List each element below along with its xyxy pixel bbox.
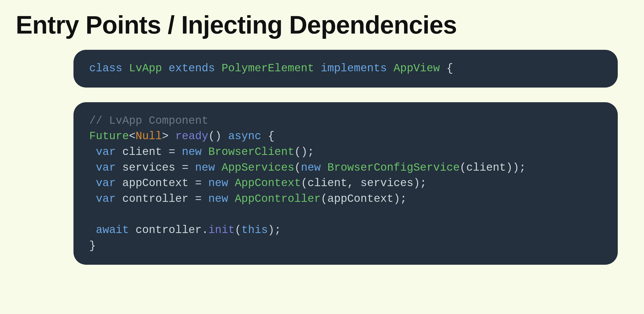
slide: Entry Points / Injecting Dependencies cl… xyxy=(0,0,644,314)
code-block-ready-method: // LvApp Component Future<Null> ready() … xyxy=(73,102,618,265)
classname-appservices: AppServices xyxy=(221,161,294,174)
eq-2: = xyxy=(182,161,188,174)
ready-brace-close: } xyxy=(89,240,96,252)
angle-open: < xyxy=(129,130,135,143)
classname-appcontext: AppContext xyxy=(235,177,301,190)
funcname-ready: ready xyxy=(175,130,208,143)
init-close: ); xyxy=(268,224,281,236)
keyword-class: class xyxy=(89,62,122,75)
keyword-new-3: new xyxy=(301,161,321,174)
keyword-new-4: new xyxy=(208,177,228,190)
funcname-init: init xyxy=(208,224,235,236)
appservices-open: ( xyxy=(294,161,301,174)
keyword-var-4: var xyxy=(96,193,116,205)
ident-appcontext-decl: appContext xyxy=(122,177,188,190)
appcontroller-call: (appContext); xyxy=(321,193,407,205)
angle-close: > xyxy=(162,130,168,143)
browserclient-call: (); xyxy=(294,146,314,158)
slide-title: Entry Points / Injecting Dependencies xyxy=(16,10,628,39)
keyword-new-5: new xyxy=(208,193,228,205)
keyword-new-2: new xyxy=(195,161,215,174)
appcontext-call: (client, services); xyxy=(301,177,427,190)
ident-client-decl: client xyxy=(122,146,162,158)
ready-brace-open: { xyxy=(268,130,275,143)
code-area: class LvApp extends PolymerElement imple… xyxy=(73,50,618,265)
brace-open: { xyxy=(446,62,453,75)
ready-parens: () xyxy=(208,130,221,143)
ident-controller-ref: controller xyxy=(135,224,202,236)
classname-polymerelement: PolymerElement xyxy=(221,62,314,75)
eq-4: = xyxy=(195,193,202,205)
keyword-var-3: var xyxy=(96,177,116,190)
type-null: Null xyxy=(135,130,162,143)
classname-appview: AppView xyxy=(394,62,440,75)
dot-1: . xyxy=(202,224,208,236)
classname-browserclient: BrowserClient xyxy=(208,146,294,158)
ident-controller-decl: controller xyxy=(122,193,188,205)
init-open: ( xyxy=(235,224,241,236)
keyword-extends: extends xyxy=(169,62,215,75)
keyword-var-2: var xyxy=(96,161,116,174)
comment-line: // LvApp Component xyxy=(89,115,208,127)
keyword-await: await xyxy=(96,224,129,236)
keyword-implements: implements xyxy=(321,62,387,75)
bcs-call: (client)); xyxy=(460,161,526,174)
classname-browserconfigservice: BrowserConfigService xyxy=(328,161,460,174)
eq-1: = xyxy=(169,146,175,158)
ident-services-decl: services xyxy=(122,161,175,174)
keyword-new-1: new xyxy=(182,146,202,158)
classname-lvapp: LvApp xyxy=(129,62,162,75)
keyword-var-1: var xyxy=(96,146,116,158)
classname-appcontroller: AppController xyxy=(235,193,321,205)
eq-3: = xyxy=(195,177,202,190)
classname-future: Future xyxy=(89,130,129,143)
code-block-class-decl: class LvApp extends PolymerElement imple… xyxy=(73,50,618,88)
keyword-this: this xyxy=(241,224,268,236)
keyword-async: async xyxy=(228,130,261,143)
